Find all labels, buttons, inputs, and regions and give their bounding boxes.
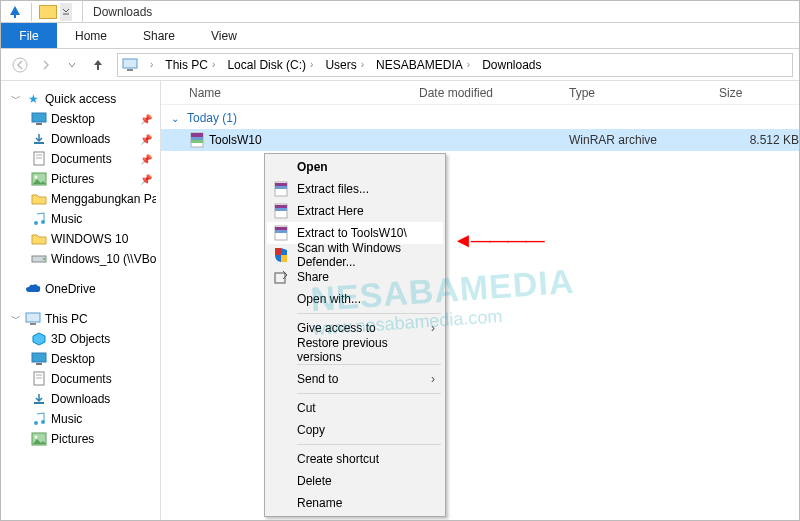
tree-pc-3d[interactable]: 3D Objects: [5, 329, 156, 349]
address-bar[interactable]: › This PC› Local Disk (C:)› Users› NESAB…: [117, 53, 793, 77]
menu-share[interactable]: Share: [267, 266, 443, 288]
context-menu[interactable]: Open Extract files... Extract Here Extra…: [264, 153, 446, 517]
menu-open[interactable]: Open: [267, 156, 443, 178]
group-header[interactable]: ⌄ Today (1): [161, 105, 799, 129]
crumb-this-pc[interactable]: This PC›: [161, 58, 223, 72]
menu-restore[interactable]: Restore previous versions: [267, 339, 443, 361]
menu-extract-here[interactable]: Extract Here: [267, 200, 443, 222]
crumb-nesabamedia[interactable]: NESABAMEDIA›: [372, 58, 478, 72]
tree-item-folder-2[interactable]: WINDOWS 10: [5, 229, 156, 249]
navigation-tree[interactable]: ﹀ ★ Quick access Desktop📌 Downloads📌 Doc…: [1, 81, 161, 520]
tree-onedrive[interactable]: OneDrive: [5, 279, 156, 299]
crumb-chevron-root[interactable]: ›: [142, 59, 161, 70]
tree-item-downloads[interactable]: Downloads📌: [5, 129, 156, 149]
menu-open-with[interactable]: Open with...: [267, 288, 443, 310]
tree-item-music[interactable]: Music: [5, 209, 156, 229]
share-icon: [271, 267, 291, 287]
col-type[interactable]: Type: [569, 86, 719, 100]
col-size[interactable]: Size: [719, 86, 799, 100]
menu-create-shortcut[interactable]: Create shortcut: [267, 448, 443, 470]
svg-rect-42: [275, 230, 287, 233]
tree-item-documents[interactable]: Documents📌: [5, 149, 156, 169]
rar-icon: [271, 223, 291, 243]
svg-rect-18: [26, 313, 40, 322]
menu-cut[interactable]: Cut: [267, 397, 443, 419]
up-button[interactable]: [85, 52, 111, 78]
svg-point-17: [43, 258, 45, 260]
tab-view[interactable]: View: [193, 23, 255, 48]
crumb-local-disk[interactable]: Local Disk (C:)›: [223, 58, 321, 72]
tree-pc-pictures[interactable]: Pictures: [5, 429, 156, 449]
chevron-down-icon[interactable]: ⌄: [171, 113, 183, 124]
svg-rect-43: [275, 248, 281, 255]
desktop-icon: [31, 111, 47, 127]
svg-rect-21: [36, 363, 42, 365]
col-name[interactable]: Name: [189, 86, 419, 100]
menu-extract-files[interactable]: Extract files...: [267, 178, 443, 200]
rar-icon: [271, 201, 291, 221]
back-button[interactable]: [7, 52, 33, 78]
svg-rect-39: [275, 208, 287, 211]
title-bar: Downloads: [1, 1, 799, 23]
tree-pc-music[interactable]: Music: [5, 409, 156, 429]
menu-rename[interactable]: Rename: [267, 492, 443, 514]
tree-label: 3D Objects: [51, 332, 110, 346]
menu-label: Extract to ToolsW10\: [297, 226, 407, 240]
documents-icon: [31, 371, 47, 387]
svg-point-3: [13, 58, 27, 72]
tree-label: Desktop: [51, 352, 95, 366]
folder-icon: [31, 191, 47, 207]
svg-point-29: [35, 436, 38, 439]
recent-dropdown[interactable]: [59, 52, 85, 78]
crumb-downloads[interactable]: Downloads: [478, 58, 545, 72]
window-title: Downloads: [93, 5, 152, 19]
tree-item-netdrive[interactable]: Windows_10 (\\VBo: [5, 249, 156, 269]
pin-icon: 📌: [140, 134, 156, 145]
svg-point-27: [41, 420, 45, 424]
tab-share[interactable]: Share: [125, 23, 193, 48]
submenu-arrow-icon: ›: [431, 372, 435, 386]
expand-icon[interactable]: ﹀: [11, 92, 23, 106]
svg-point-15: [41, 220, 45, 224]
tree-label: OneDrive: [45, 282, 96, 296]
pictures-icon: [31, 431, 47, 447]
pc-icon: [25, 311, 41, 327]
tree-item-desktop[interactable]: Desktop📌: [5, 109, 156, 129]
tree-quick-access[interactable]: ﹀ ★ Quick access: [5, 89, 156, 109]
downloads-icon: [31, 391, 47, 407]
tree-label: Quick access: [45, 92, 116, 106]
qat-pin-icon[interactable]: [5, 3, 25, 21]
tree-label: Downloads: [51, 392, 110, 406]
menu-copy[interactable]: Copy: [267, 419, 443, 441]
tree-label: Music: [51, 212, 82, 226]
file-row[interactable]: ToolsW10 WinRAR archive 8.512 KB: [161, 129, 799, 151]
tree-item-pictures[interactable]: Pictures📌: [5, 169, 156, 189]
file-tab[interactable]: File: [1, 23, 57, 48]
tree-pc-documents[interactable]: Documents: [5, 369, 156, 389]
menu-label: Cut: [297, 401, 316, 415]
tree-pc-desktop[interactable]: Desktop: [5, 349, 156, 369]
qat-dropdown-icon[interactable]: [60, 3, 72, 21]
crumb-users[interactable]: Users›: [321, 58, 372, 72]
svg-rect-32: [191, 137, 203, 140]
title-separator: [82, 1, 83, 23]
pin-icon: 📌: [140, 174, 156, 185]
col-date[interactable]: Date modified: [419, 86, 569, 100]
menu-delete[interactable]: Delete: [267, 470, 443, 492]
tree-label: Desktop: [51, 112, 95, 126]
expand-icon[interactable]: ﹀: [11, 312, 23, 326]
submenu-arrow-icon: ›: [431, 321, 435, 335]
svg-rect-19: [30, 323, 36, 325]
forward-button[interactable]: [33, 52, 59, 78]
menu-defender[interactable]: Scan with Windows Defender...: [267, 244, 443, 266]
svg-rect-38: [275, 205, 287, 208]
column-headers[interactable]: Name Date modified Type Size: [161, 81, 799, 105]
tree-pc-downloads[interactable]: Downloads: [5, 389, 156, 409]
tree-this-pc[interactable]: ﹀ This PC: [5, 309, 156, 329]
svg-rect-31: [191, 133, 203, 137]
tree-item-folder-1[interactable]: Menggabungkan Pa: [5, 189, 156, 209]
menu-send-to[interactable]: Send to›: [267, 368, 443, 390]
svg-rect-7: [36, 123, 42, 125]
folder-icon[interactable]: [38, 3, 58, 21]
tab-home[interactable]: Home: [57, 23, 125, 48]
